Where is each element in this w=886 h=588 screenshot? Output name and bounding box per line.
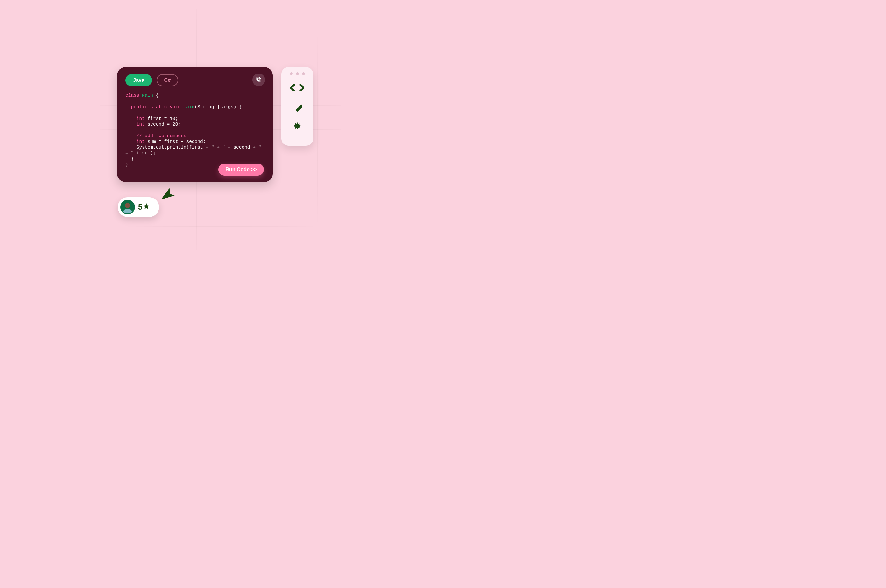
star-icon xyxy=(143,202,150,212)
tool-palette xyxy=(281,67,313,146)
copy-button[interactable] xyxy=(252,74,265,86)
window-dots xyxy=(290,72,305,75)
edit-pen-icon[interactable] xyxy=(290,100,304,114)
rating-value: 5 xyxy=(138,202,150,212)
cursor-icon xyxy=(161,187,176,202)
copy-icon xyxy=(255,76,262,84)
code-icon[interactable] xyxy=(290,81,304,95)
code-editor-card: Java C# class Main { public static void … xyxy=(117,67,273,182)
svg-rect-2 xyxy=(296,104,302,112)
tab-csharp[interactable]: C# xyxy=(156,74,178,86)
svg-rect-4 xyxy=(123,209,132,213)
gear-icon[interactable] xyxy=(290,119,304,133)
svg-rect-1 xyxy=(257,77,260,80)
avatar xyxy=(120,200,135,214)
tab-java[interactable]: Java xyxy=(125,74,152,86)
rating-pill[interactable]: 5 xyxy=(118,197,159,217)
run-code-button[interactable]: Run Code >> xyxy=(218,164,264,176)
svg-point-5 xyxy=(125,203,130,208)
svg-rect-0 xyxy=(258,78,261,81)
card-header: Java C# xyxy=(125,74,264,86)
code-content: class Main { public static void main(Str… xyxy=(125,93,264,168)
